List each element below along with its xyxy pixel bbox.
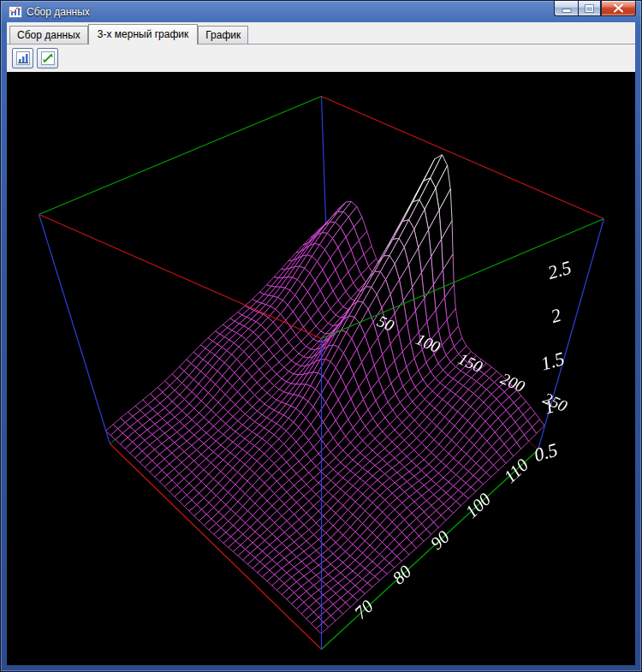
tab-graph[interactable]: График [198, 26, 248, 44]
maximize-button[interactable] [578, 1, 601, 16]
tab-label: График [205, 29, 241, 41]
scale-arrow-icon [41, 51, 55, 65]
plot-area [7, 72, 635, 665]
window-title: Сбор данных [27, 6, 90, 18]
close-button[interactable] [601, 1, 636, 16]
bar-chart-icon [16, 51, 30, 65]
title-bar[interactable]: Сбор данных [7, 1, 635, 22]
tab-label: Сбор данных [17, 29, 80, 41]
window-icon [9, 5, 22, 19]
maximize-icon [586, 5, 593, 12]
tab-bar: Сбор данных 3-х мерный график График [7, 22, 635, 45]
tab-label: 3-х мерный график [98, 28, 188, 40]
toolbar [7, 45, 635, 72]
tab-3d-graph[interactable]: 3-х мерный график [88, 24, 198, 45]
tab-data-collection[interactable]: Сбор данных [9, 26, 88, 44]
scale-button[interactable] [37, 48, 58, 68]
app-window: Сбор данных Сбор данных 3-х мерный графи… [0, 0, 642, 672]
close-icon [613, 3, 624, 13]
histogram-button[interactable] [12, 48, 33, 68]
window-controls [554, 1, 636, 16]
minimize-button[interactable] [554, 1, 578, 16]
surface-plot-canvas[interactable] [7, 72, 635, 665]
minimize-icon [562, 9, 570, 12]
client-area: Сбор данных 3-х мерный график График [7, 22, 635, 665]
